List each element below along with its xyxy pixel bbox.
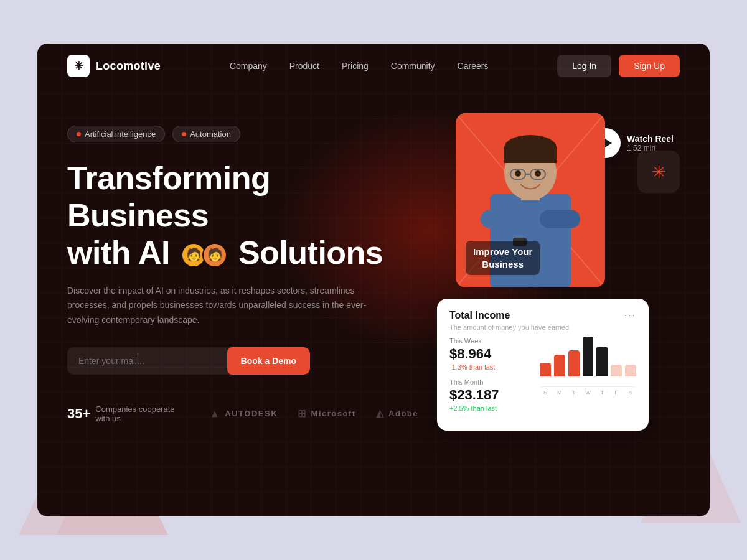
email-form: Book a Demo <box>67 347 310 375</box>
tag-ai: Artificial intelligence <box>67 126 165 142</box>
tag-dot-automation <box>182 132 186 136</box>
chart-label-F: F <box>611 390 622 396</box>
week-value: $8.964 <box>449 346 530 362</box>
partner-microsoft: ⊞ Microsoft <box>298 408 356 419</box>
nav-community[interactable]: Community <box>391 61 435 71</box>
chart-label-T: T <box>596 390 608 396</box>
nav-company[interactable]: Company <box>230 61 267 71</box>
logo-text: Locomotive <box>96 60 161 73</box>
month-value: $23.187 <box>449 387 530 403</box>
bar-S <box>540 363 551 376</box>
partners-label: Companies cooperate with us <box>95 404 187 423</box>
income-card: Total Income ··· The amount of money you… <box>437 299 649 431</box>
logo-area: ✳ Locomotive <box>67 55 161 77</box>
svg-rect-8 <box>540 210 580 228</box>
partner-autodesk: ▲ AUTODESK <box>210 408 278 419</box>
hero-title: Transforming Business with AI 🧑 🧑 Soluti… <box>67 160 418 271</box>
nav-pricing[interactable]: Pricing <box>342 61 369 71</box>
bar-M <box>554 355 565 376</box>
week-change: -1.3% than last <box>449 363 530 371</box>
improve-badge: Improve Your Business <box>466 241 540 275</box>
partners-section: 35+ Companies cooperate with us ▲ AUTODE… <box>67 404 418 423</box>
hero-section: Artificial intelligence Automation Trans… <box>37 88 710 437</box>
adobe-icon: ◭ <box>376 408 385 419</box>
income-title: Total Income <box>449 310 510 321</box>
svg-rect-7 <box>481 210 521 228</box>
book-demo-button[interactable]: Book a Demo <box>227 347 310 375</box>
watch-reel-label: Watch Reel <box>627 134 674 144</box>
chart-label-W: W <box>583 390 594 396</box>
nav-careers[interactable]: Careers <box>458 61 489 71</box>
income-stats: This Week $8.964 -1.3% than last This Mo… <box>449 337 530 419</box>
chart-label-S: S <box>625 390 636 396</box>
chart-label-M: M <box>554 390 565 396</box>
navbar: ✳ Locomotive Company Product Pricing Com… <box>37 44 710 88</box>
week-label: This Week <box>449 337 530 345</box>
logo-icon: ✳ <box>67 55 90 77</box>
logo-card: ✳ <box>637 151 680 193</box>
svg-point-16 <box>515 170 521 177</box>
svg-rect-12 <box>504 147 557 163</box>
bar-chart <box>540 337 636 387</box>
avatar-inline: 🧑 🧑 <box>181 243 227 268</box>
income-card-header: Total Income ··· <box>449 310 636 321</box>
logo-card-icon: ✳ <box>652 162 666 182</box>
tag-dot-ai <box>77 132 81 136</box>
person-card: Improve Your Business <box>456 113 605 287</box>
svg-point-17 <box>535 170 541 177</box>
avatar-2: 🧑 <box>202 243 227 268</box>
nav-actions: Log In Sign Up <box>557 55 680 77</box>
income-subtitle: The amount of money you have earned <box>449 324 636 331</box>
microsoft-icon: ⊞ <box>298 408 307 419</box>
chart-label-T: T <box>568 390 580 396</box>
signup-button[interactable]: Sign Up <box>619 55 680 77</box>
watch-reel-text: Watch Reel 1:52 min <box>627 134 674 152</box>
chart-label-S: S <box>540 390 551 396</box>
bar-F <box>611 365 622 376</box>
hero-description: Discover the impact of AI on industries,… <box>67 284 378 327</box>
partner-adobe: ◭ Adobe <box>376 408 418 419</box>
chart-day-labels: SMTWTFS <box>540 390 636 396</box>
bar-S <box>625 365 636 376</box>
bar-chart-area: SMTWTFS <box>540 337 636 419</box>
nav-product[interactable]: Product <box>289 61 319 71</box>
partner-logos: ▲ AUTODESK ⊞ Microsoft ◭ Adobe <box>210 408 418 419</box>
nav-links: Company Product Pricing Community Career… <box>230 60 489 72</box>
tag-automation: Automation <box>172 126 240 142</box>
partners-count: 35+ <box>67 406 90 422</box>
login-button[interactable]: Log In <box>557 55 611 77</box>
email-input[interactable] <box>67 347 227 375</box>
income-body: This Week $8.964 -1.3% than last This Mo… <box>449 337 636 419</box>
tags: Artificial intelligence Automation <box>67 126 418 142</box>
main-container: ✳ Locomotive Company Product Pricing Com… <box>37 44 710 516</box>
hero-right: Watch Reel 1:52 min <box>443 113 680 437</box>
bar-W <box>583 337 594 376</box>
month-change: +2.5% than last <box>449 404 530 412</box>
page-wrapper: ✳ Locomotive Company Product Pricing Com… <box>0 0 747 560</box>
month-label: This Month <box>449 378 530 386</box>
income-menu-dots[interactable]: ··· <box>624 310 636 321</box>
autodesk-icon: ▲ <box>210 408 220 419</box>
bar-T <box>596 347 608 376</box>
hero-left: Artificial intelligence Automation Trans… <box>67 113 418 437</box>
bar-T <box>568 350 580 376</box>
